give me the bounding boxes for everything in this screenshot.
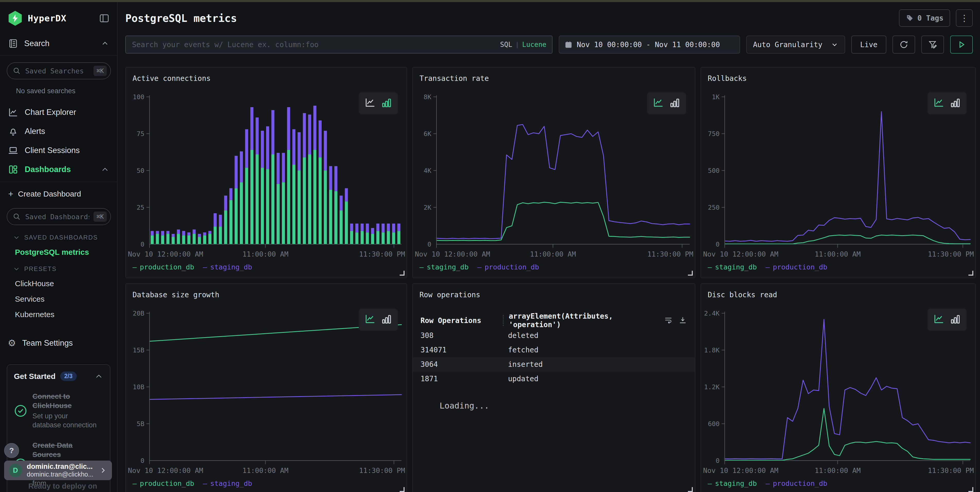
rollbacks-plot: 1K7505002500Nov 10 12:00:00 AM11:00:00 A…	[701, 92, 976, 260]
sql-mode-toggle[interactable]: SQL	[500, 41, 512, 48]
sidebar-item-chart-explorer[interactable]: Chart Explorer	[0, 103, 117, 122]
table-row[interactable]: 314071fetched	[420, 343, 687, 357]
table-row[interactable]: 3064inserted	[413, 357, 695, 371]
table-row[interactable]: 308deleted	[420, 328, 687, 343]
line-chart-icon[interactable]	[364, 97, 376, 110]
legend-item[interactable]: —staging_db	[420, 263, 469, 271]
sidebar-item-client-sessions[interactable]: Client Sessions	[0, 141, 117, 160]
group-label-saved-dashboards[interactable]: SAVED DASHBOARDS	[13, 234, 117, 241]
chart-type-toggle[interactable]	[359, 308, 398, 331]
more-options-button[interactable]: ⋮	[956, 9, 973, 27]
resize-handle[interactable]	[400, 271, 404, 276]
lucene-mode-toggle[interactable]: Lucene	[522, 41, 546, 48]
bar-chart-icon[interactable]	[950, 313, 961, 326]
bar-chart-icon[interactable]	[669, 97, 681, 110]
chart-type-toggle[interactable]	[647, 92, 686, 114]
events-search-input[interactable]	[132, 40, 496, 49]
run-query-button[interactable]	[950, 35, 973, 54]
granularity-select[interactable]: Auto Granularity	[746, 35, 845, 54]
granularity-value: Auto Granularity	[753, 40, 822, 49]
line-chart-icon[interactable]	[933, 313, 945, 326]
sidebar-item-dashboards[interactable]: Dashboards	[0, 160, 117, 179]
resize-handle[interactable]	[688, 487, 693, 492]
sidebar-dashboard-clickhouse[interactable]: ClickHouse	[15, 279, 117, 288]
loading-text: Loading...	[439, 401, 687, 411]
bar-chart-icon[interactable]	[950, 97, 961, 110]
line-chart-icon[interactable]	[933, 97, 945, 110]
live-button[interactable]: Live	[851, 35, 886, 54]
legend-item[interactable]: —staging_db	[203, 263, 252, 271]
group-label-presets[interactable]: PRESETS	[13, 265, 117, 273]
saved-searches-input[interactable]	[25, 67, 90, 75]
chevron-up-icon	[100, 165, 110, 174]
chevron-up-icon[interactable]	[94, 372, 103, 381]
resize-handle[interactable]	[688, 271, 693, 276]
svg-text:2.4K: 2.4K	[704, 310, 719, 317]
legend-item[interactable]: —production_db	[477, 263, 539, 271]
svg-text:0: 0	[716, 241, 719, 248]
sidebar-section-search[interactable]: Search	[0, 32, 117, 56]
legend-item[interactable]: —staging_db	[708, 479, 757, 487]
legend-item[interactable]: —production_db	[766, 263, 827, 271]
get-started-item-title: Create Data Sources	[32, 441, 97, 460]
panel-title: Row operations	[420, 291, 480, 299]
refresh-button[interactable]	[892, 35, 915, 54]
legend-dash: —	[766, 263, 770, 271]
tags-button[interactable]: 0 Tags	[899, 9, 950, 27]
legend-item[interactable]: —production_db	[132, 479, 194, 487]
sidebar-dashboard-services[interactable]: Services	[15, 295, 117, 304]
legend-dash: —	[708, 263, 712, 271]
collapse-sidebar-icon[interactable]	[99, 13, 110, 24]
active-connections-plot: 1007550250Nov 10 12:00:00 AM11:00:00 AM1…	[126, 92, 407, 260]
svg-text:11:30:00 PM: 11:30:00 PM	[359, 250, 405, 258]
line-chart-icon[interactable]	[364, 313, 376, 326]
wrap-text-icon[interactable]	[664, 316, 673, 325]
chart-legend: —production_db—staging_db	[132, 479, 252, 487]
download-icon[interactable]	[678, 316, 687, 325]
resize-handle[interactable]	[400, 487, 404, 492]
table-row[interactable]: 1871updated	[420, 371, 687, 386]
legend-item[interactable]: —production_db	[766, 479, 827, 487]
legend-item[interactable]: —staging_db	[203, 479, 252, 487]
chart-type-toggle[interactable]	[928, 308, 967, 331]
legend-series-name: staging_db	[427, 263, 469, 271]
line-chart-icon[interactable]	[652, 97, 664, 110]
saved-dashboards-input[interactable]	[25, 212, 90, 221]
help-button[interactable]: ?	[4, 443, 19, 458]
get-started-item-1[interactable]: Connect to ClickHouseSet up your databas…	[14, 392, 103, 430]
panel-database-size-growth: Database size growth20B15B10B5B0Nov 10 1…	[125, 283, 407, 492]
sidebar-dashboard-postgresql-metrics[interactable]: PostgreSQL metrics	[15, 248, 117, 257]
legend-item[interactable]: —production_db	[132, 263, 194, 271]
team-settings-label: Team Settings	[22, 339, 73, 348]
sidebar-item-alerts[interactable]: Alerts	[0, 122, 117, 141]
bell-icon	[8, 126, 19, 137]
legend-item[interactable]: —staging_db	[708, 263, 757, 271]
user-card[interactable]: D dominic.tran@clic... dominic.tran@clic…	[4, 460, 112, 480]
gear-icon: ⚙	[8, 339, 16, 348]
create-dashboard-button[interactable]: + Create Dashboard	[0, 182, 117, 201]
team-settings-button[interactable]: ⚙ Team Settings	[0, 334, 117, 352]
bar-chart-icon[interactable]	[381, 313, 393, 326]
svg-text:Nov 10 12:00:00 AM: Nov 10 12:00:00 AM	[703, 250, 778, 258]
query-toolbar: SQL | Lucene Nov 10 00:00:00 - Nov 11 00…	[125, 35, 973, 54]
legend-series-name: production_db	[773, 479, 827, 487]
svg-text:500: 500	[708, 167, 719, 174]
svg-text:11:00:00 AM: 11:00:00 AM	[242, 466, 288, 474]
resize-handle[interactable]	[969, 487, 973, 492]
chevron-down-icon	[13, 265, 20, 273]
disc-blocks-read-plot: 2.4K1.8K1.2K6000Nov 10 12:00:00 AM11:00:…	[701, 308, 976, 476]
svg-text:11:30:00 PM: 11:30:00 PM	[647, 250, 693, 258]
filter-button[interactable]	[921, 35, 944, 54]
svg-text:100: 100	[133, 93, 145, 101]
chart-type-toggle[interactable]	[928, 92, 967, 114]
time-range-picker[interactable]: Nov 10 00:00:00 - Nov 11 00:00:00	[559, 35, 740, 54]
get-started-title: Get Started	[14, 372, 56, 381]
svg-text:11:30:00 PM: 11:30:00 PM	[359, 466, 405, 474]
sidebar-dashboard-kubernetes[interactable]: Kubernetes	[15, 310, 117, 319]
chart-type-toggle[interactable]	[359, 92, 398, 114]
resize-handle[interactable]	[969, 271, 973, 276]
bar-chart-icon[interactable]	[381, 97, 393, 110]
panel-title: Rollbacks	[708, 74, 747, 83]
svg-text:75: 75	[137, 130, 145, 137]
svg-text:0: 0	[428, 241, 431, 248]
